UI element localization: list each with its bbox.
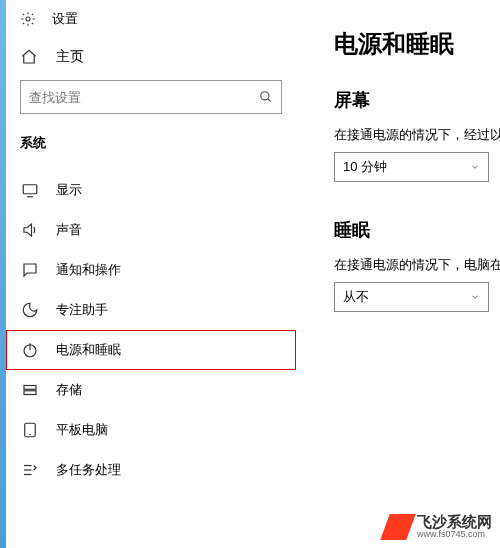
dropdown-value: 10 分钟 — [343, 158, 387, 176]
svg-line-2 — [268, 99, 271, 102]
section-heading-sleep: 睡眠 — [334, 218, 492, 242]
svg-rect-7 — [24, 386, 36, 390]
search-icon — [259, 90, 273, 104]
watermark-logo-icon — [380, 514, 415, 540]
sleep-desc: 在接通电源的情况下，电脑在 — [334, 256, 492, 274]
svg-rect-3 — [23, 185, 37, 194]
sidebar-item-focus[interactable]: 专注助手 — [6, 290, 296, 330]
window-title: 设置 — [52, 10, 78, 28]
settings-sidebar: 设置 主页 系统 显示 声音 通知和操作 — [6, 0, 296, 548]
sidebar-item-tablet[interactable]: 平板电脑 — [6, 410, 296, 450]
sidebar-item-label: 存储 — [56, 381, 82, 399]
sidebar-item-multitask[interactable]: 多任务处理 — [6, 450, 296, 490]
sidebar-item-storage[interactable]: 存储 — [6, 370, 296, 410]
sidebar-item-label: 电源和睡眠 — [56, 341, 121, 359]
home-label: 主页 — [56, 48, 84, 66]
watermark-name: 飞沙系统网 — [417, 514, 492, 531]
watermark-url: www.fs0745.com — [417, 530, 492, 540]
watermark: 飞沙系统网 www.fs0745.com — [385, 514, 492, 540]
screen-desc: 在接通电源的情况下，经过以 — [334, 126, 492, 144]
sidebar-item-label: 多任务处理 — [56, 461, 121, 479]
sidebar-item-label: 声音 — [56, 221, 82, 239]
svg-point-0 — [26, 17, 30, 21]
display-icon — [20, 181, 40, 199]
svg-rect-8 — [24, 391, 36, 395]
multitask-icon — [20, 461, 40, 479]
power-icon — [20, 341, 40, 359]
storage-icon — [20, 381, 40, 399]
sleep-timeout-dropdown[interactable]: 从不 — [334, 282, 489, 312]
home-icon — [20, 48, 40, 66]
tablet-icon — [20, 421, 40, 439]
window-title-row: 设置 — [6, 8, 296, 38]
home-link[interactable]: 主页 — [6, 38, 296, 80]
search-box[interactable] — [20, 80, 282, 114]
screen-timeout-dropdown[interactable]: 10 分钟 — [334, 152, 489, 182]
section-heading-screen: 屏幕 — [334, 88, 492, 112]
sidebar-item-label: 专注助手 — [56, 301, 108, 319]
svg-point-1 — [261, 92, 269, 100]
sidebar-item-power[interactable]: 电源和睡眠 — [6, 330, 296, 370]
focus-assist-icon — [20, 301, 40, 319]
sidebar-item-label: 通知和操作 — [56, 261, 121, 279]
sidebar-item-label: 平板电脑 — [56, 421, 108, 439]
sound-icon — [20, 221, 40, 239]
chevron-down-icon — [470, 292, 480, 302]
chevron-down-icon — [470, 162, 480, 172]
search-input[interactable] — [29, 90, 259, 105]
sidebar-item-label: 显示 — [56, 181, 82, 199]
notification-icon — [20, 261, 40, 279]
group-system: 系统 — [6, 130, 296, 170]
sidebar-item-sound[interactable]: 声音 — [6, 210, 296, 250]
settings-icon — [20, 11, 38, 27]
settings-content: 电源和睡眠 屏幕 在接通电源的情况下，经过以 10 分钟 睡眠 在接通电源的情况… — [320, 0, 500, 548]
sidebar-item-notifications[interactable]: 通知和操作 — [6, 250, 296, 290]
sidebar-item-display[interactable]: 显示 — [6, 170, 296, 210]
page-title: 电源和睡眠 — [334, 28, 492, 60]
dropdown-value: 从不 — [343, 288, 369, 306]
